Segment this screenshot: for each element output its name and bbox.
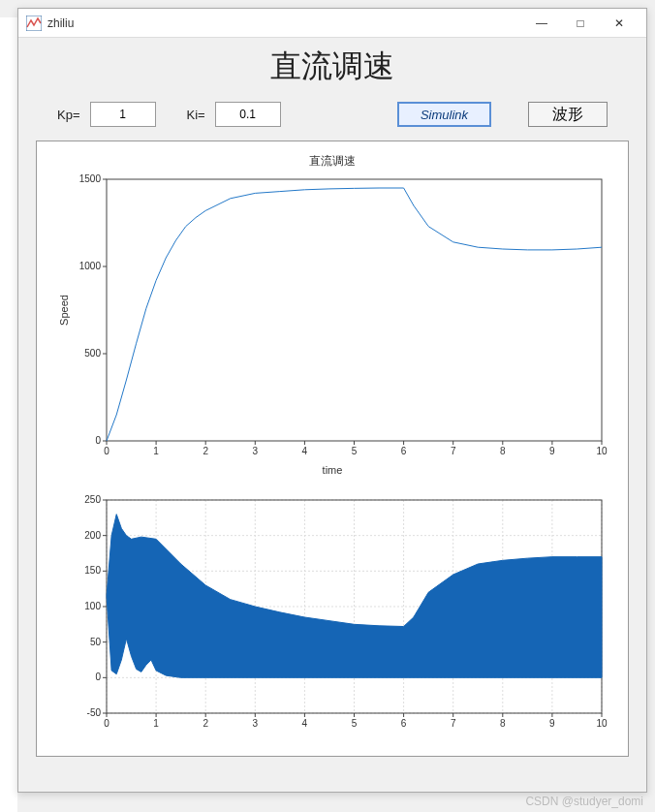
svg-text:4: 4 — [302, 446, 308, 456]
svg-text:6: 6 — [401, 718, 407, 729]
svg-text:5: 5 — [352, 446, 358, 456]
svg-text:8: 8 — [500, 718, 506, 729]
svg-text:7: 7 — [451, 446, 456, 456]
svg-text:100: 100 — [84, 601, 101, 611]
svg-text:7: 7 — [451, 718, 456, 729]
svg-text:500: 500 — [84, 348, 101, 359]
controls-row: Kp= Ki= Simulink 波形 — [18, 102, 646, 141]
chart1-title: 直流调速 — [48, 153, 616, 170]
svg-text:-50: -50 — [87, 707, 102, 718]
window-title: zhiliu — [47, 16, 522, 30]
page-title: 直流调速 — [18, 38, 646, 102]
svg-text:6: 6 — [401, 446, 407, 456]
close-button[interactable]: ✕ — [600, 10, 639, 37]
svg-text:0: 0 — [95, 671, 101, 682]
simulink-button[interactable]: Simulink — [397, 102, 491, 127]
chart-panel: 直流调速 012345678910050010001500Speed time … — [36, 141, 629, 757]
svg-text:2: 2 — [203, 718, 208, 729]
app-window: zhiliu — □ ✕ 直流调速 Kp= Ki= Simulink 波形 直流… — [17, 8, 647, 793]
svg-text:10: 10 — [596, 446, 608, 456]
svg-text:3: 3 — [253, 446, 259, 456]
watermark: CSDN @studyer_domi — [525, 795, 643, 808]
svg-text:4: 4 — [302, 718, 308, 729]
current-chart: 012345678910-50050100150200250 — [48, 492, 616, 744]
speed-chart: 直流调速 012345678910050010001500Speed time — [48, 153, 616, 473]
svg-text:0: 0 — [95, 435, 101, 446]
waveform-button[interactable]: 波形 — [528, 102, 608, 127]
svg-text:0: 0 — [104, 446, 109, 456]
app-icon — [26, 16, 42, 31]
svg-text:1000: 1000 — [79, 261, 102, 271]
titlebar: zhiliu — □ ✕ — [18, 9, 646, 38]
ki-label: Ki= — [187, 108, 205, 122]
svg-text:2: 2 — [203, 446, 208, 456]
svg-text:3: 3 — [253, 718, 259, 729]
svg-text:9: 9 — [549, 446, 555, 456]
svg-rect-0 — [26, 16, 42, 31]
svg-rect-2 — [107, 179, 602, 441]
maximize-button[interactable]: □ — [561, 10, 600, 37]
kp-label: Kp= — [57, 108, 80, 122]
svg-text:0: 0 — [104, 718, 109, 729]
svg-text:50: 50 — [90, 637, 102, 647]
minimize-button[interactable]: — — [522, 10, 561, 37]
svg-text:9: 9 — [549, 718, 555, 729]
svg-text:1500: 1500 — [79, 173, 102, 184]
ki-input[interactable] — [215, 102, 281, 127]
svg-text:5: 5 — [352, 718, 358, 729]
svg-text:Speed: Speed — [58, 295, 70, 326]
svg-text:200: 200 — [84, 530, 101, 541]
svg-text:1: 1 — [153, 718, 159, 729]
chart1-xlabel: time — [48, 464, 616, 476]
svg-text:10: 10 — [596, 718, 608, 729]
svg-text:150: 150 — [84, 565, 101, 576]
svg-text:8: 8 — [500, 446, 506, 456]
svg-text:250: 250 — [84, 494, 101, 505]
kp-input[interactable] — [90, 102, 156, 127]
svg-text:1: 1 — [153, 446, 159, 456]
